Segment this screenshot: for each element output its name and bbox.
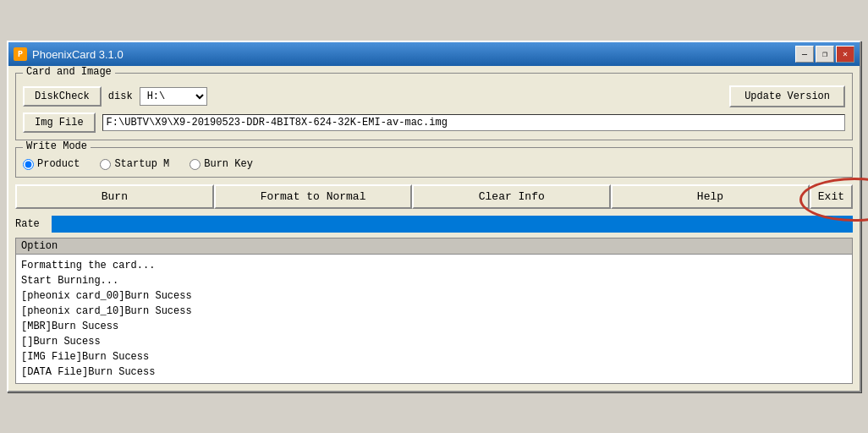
disk-select[interactable]: H:\ <box>140 87 207 106</box>
img-path-input[interactable] <box>102 114 845 131</box>
radio-product[interactable]: Product <box>23 158 80 170</box>
diskcheck-button[interactable]: DiskCheck <box>23 86 102 107</box>
card-image-legend: Card and Image <box>23 66 115 78</box>
img-file-button[interactable]: Img File <box>23 112 96 133</box>
close-button[interactable]: ✕ <box>836 46 854 63</box>
log-line: [MBR]Burn Sucess <box>21 319 847 334</box>
radio-startup[interactable]: Startup M <box>100 158 169 170</box>
option-header: Option <box>16 238 852 255</box>
rate-label: Rate <box>15 218 45 230</box>
minimize-button[interactable]: — <box>795 46 814 63</box>
log-line: [pheonix card_10]Burn Sucess <box>21 304 847 319</box>
toolbar-row: Burn Format to Normal Clear Info Help Ex… <box>15 184 853 209</box>
restore-button[interactable]: ❐ <box>816 46 834 63</box>
title-bar-left: P PhoenixCard 3.1.0 <box>14 47 124 61</box>
rate-row: Rate <box>15 216 853 233</box>
app-icon: P <box>14 47 27 61</box>
radio-startup-label: Startup M <box>114 158 169 170</box>
burn-button[interactable]: Burn <box>15 184 214 209</box>
write-mode-group: Write Mode Product Startup M Burn Key <box>15 147 853 178</box>
log-line: []Burn Sucess <box>21 334 847 349</box>
exit-button[interactable]: Exit <box>810 184 853 209</box>
title-controls: — ❐ ✕ <box>795 46 854 63</box>
write-mode-legend: Write Mode <box>23 140 91 152</box>
radio-product-input[interactable] <box>23 159 34 170</box>
img-file-row: Img File <box>23 112 845 133</box>
radio-burnkey-label: Burn Key <box>204 158 253 170</box>
help-button[interactable]: Help <box>611 184 810 209</box>
window-title: PhoenixCard 3.1.0 <box>32 48 124 61</box>
disk-row: DiskCheck disk H:\ Update Version <box>23 85 845 107</box>
radio-product-label: Product <box>37 158 80 170</box>
clear-button[interactable]: Clear Info <box>412 184 611 209</box>
title-bar: P PhoenixCard 3.1.0 — ❐ ✕ <box>8 42 860 66</box>
radio-startup-input[interactable] <box>100 159 111 170</box>
log-line: Formatting the card... <box>21 258 847 273</box>
disk-label: disk <box>108 90 133 102</box>
update-version-button[interactable]: Update Version <box>729 85 845 107</box>
log-line: [IMG File]Burn Sucess <box>21 349 847 364</box>
option-section: Option Formatting the card...Start Burni… <box>15 238 853 384</box>
format-button[interactable]: Format to Normal <box>214 184 413 209</box>
exit-btn-wrapper: Exit <box>810 184 853 209</box>
radio-burnkey-input[interactable] <box>190 159 201 170</box>
rate-bar <box>52 216 853 233</box>
window-body: Card and Image DiskCheck disk H:\ Update… <box>8 66 860 391</box>
option-log: Formatting the card...Start Burning...[p… <box>16 255 852 383</box>
log-line: [pheonix card_00]Burn Sucess <box>21 288 847 304</box>
log-line: [DATA File]Burn Sucess <box>21 364 847 380</box>
radio-row: Product Startup M Burn Key <box>23 158 845 170</box>
main-window: P PhoenixCard 3.1.0 — ❐ ✕ Card and Image… <box>7 41 861 392</box>
log-line: Start Burning... <box>21 273 847 288</box>
card-image-group: Card and Image DiskCheck disk H:\ Update… <box>15 73 853 140</box>
radio-burnkey[interactable]: Burn Key <box>190 158 253 170</box>
